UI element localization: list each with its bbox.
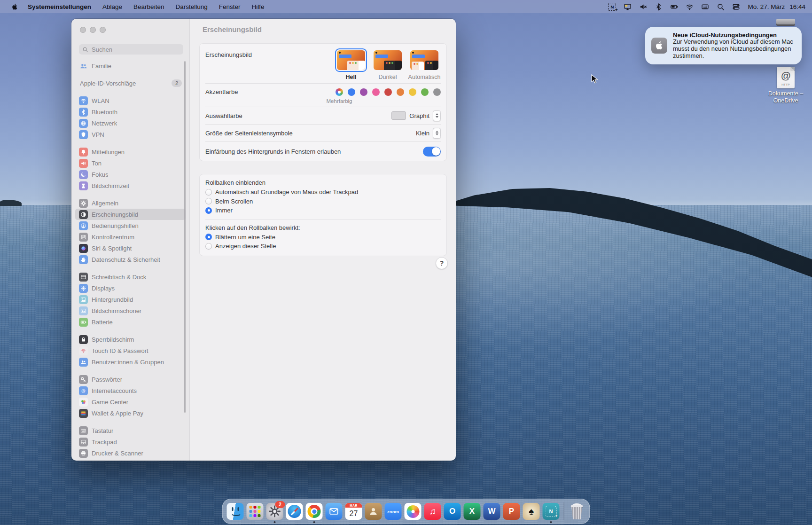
sidebar-item-fokus[interactable]: Fokus <box>75 169 186 180</box>
sidebar-item-familie[interactable]: Familie <box>75 60 186 71</box>
sidebar-item-bluetooth[interactable]: Bluetooth <box>75 106 186 118</box>
dock-item-calendar[interactable]: MÄR27 <box>345 503 362 520</box>
accent-color-lila[interactable] <box>360 88 367 96</box>
sidebar-item-bildschirmzeit[interactable]: Bildschirmzeit <box>75 180 186 191</box>
radio-option-automatisch-auf-grundlage-von-maus-oder-trackpad[interactable]: Automatisch auf Grundlage von Maus oder … <box>205 188 441 197</box>
sidebar-item-siri-spotlight[interactable]: Siri & Spotlight <box>75 243 186 254</box>
sidebar-item-touch-id-passwort[interactable]: Touch ID & Passwort <box>75 345 186 356</box>
accent-color-grün[interactable] <box>421 88 429 96</box>
sidebar-item-mitteilungen[interactable]: Mitteilungen <box>75 146 186 157</box>
dock-item-outlook[interactable]: O <box>444 503 461 520</box>
radio-option-blättern-um-eine-seite[interactable]: Blättern um eine Seite <box>205 233 441 242</box>
menu-item-darstellung[interactable]: Darstellung <box>170 3 213 10</box>
tint-toggle[interactable] <box>423 147 441 157</box>
desktop-icon-dokumente-onedrive[interactable]: @ HTTP Dokumente – OneDrive <box>763 67 808 104</box>
sidebar-item-bedienungshilfen[interactable]: Bedienungshilfen <box>75 220 186 231</box>
theme-option-automatisch[interactable]: Automatisch <box>408 48 441 80</box>
search-input[interactable] <box>91 46 180 54</box>
sidebar-item-datenschutz-sicherheit[interactable]: Datenschutz & Sicherheit <box>75 254 186 265</box>
apple-menu[interactable] <box>7 3 22 11</box>
sidebar-item-game-center[interactable]: Game Center <box>75 396 186 407</box>
capture-n-icon[interactable]: N+ <box>604 3 620 11</box>
dock-item-contacts[interactable] <box>365 503 382 520</box>
battery-icon[interactable] <box>666 3 682 11</box>
sidebar-item-sperrbildschirm[interactable]: Sperrbildschirm <box>75 334 186 345</box>
highlight-stepper[interactable] <box>433 110 441 121</box>
theme-thumbnail-dark[interactable] <box>374 50 402 70</box>
sidebar-item-passwörter[interactable]: Passwörter <box>75 374 186 385</box>
volume-muted-icon[interactable] <box>635 3 651 11</box>
accent-color-orange[interactable] <box>397 88 404 96</box>
sidebar-item-schreibtisch-dock[interactable]: Schreibtisch & Dock <box>75 271 186 282</box>
radio-unselected-icon[interactable] <box>205 243 212 250</box>
theme-option-hell[interactable]: Hell <box>335 48 367 80</box>
menu-item-bearbeiten[interactable]: Bearbeiten <box>128 3 170 10</box>
radio-unselected-icon[interactable] <box>205 198 212 204</box>
sidebar-item-netzwerk[interactable]: Netzwerk <box>75 118 186 129</box>
dock-item-mail[interactable] <box>326 503 343 520</box>
sidebar-item-wallet-apple-pay[interactable]: Wallet & Apple Pay <box>75 407 186 419</box>
dock-item-word[interactable]: W <box>484 503 500 520</box>
dock-item-zoom[interactable]: zoom <box>385 503 402 520</box>
dock-item-cards[interactable]: ♠ <box>523 503 540 520</box>
control-center-icon[interactable] <box>728 3 744 11</box>
keyboard-input-icon[interactable] <box>697 3 713 11</box>
sidebar-search[interactable] <box>79 44 183 55</box>
dock-item-powerpoint[interactable]: P <box>503 503 520 520</box>
sidebar-item-kontrollzentrum[interactable]: Kontrollzentrum <box>75 231 186 243</box>
sidebar-item-allgemein[interactable]: Allgemein <box>75 197 186 209</box>
sidebar-item-trackpad[interactable]: Trackpad <box>75 436 186 447</box>
sidebar-item-hintergrundbild[interactable]: Hintergrundbild <box>75 294 186 305</box>
menu-item-hilfe[interactable]: Hilfe <box>246 3 270 10</box>
help-button[interactable]: ? <box>436 257 448 269</box>
minimize-button[interactable] <box>90 27 96 33</box>
theme-thumbnail-auto[interactable] <box>410 50 438 70</box>
radio-selected-icon[interactable] <box>205 234 212 240</box>
dock-item-capture[interactable]: N+ <box>543 503 560 520</box>
sidebar-item-batterie[interactable]: Batterie <box>75 316 186 328</box>
radio-option-beim-scrollen[interactable]: Beim Scrollen <box>205 197 441 206</box>
sidebar-item-vpn[interactable]: VPN <box>75 129 186 140</box>
sidebar-item-internetaccounts[interactable]: Internetaccounts <box>75 385 186 396</box>
theme-thumbnail-light[interactable] <box>337 50 365 70</box>
theme-option-dunkel[interactable]: Dunkel <box>371 48 404 80</box>
accent-color-blau[interactable] <box>348 88 355 96</box>
radio-unselected-icon[interactable] <box>205 189 212 196</box>
size-stepper[interactable] <box>433 128 441 139</box>
menubar-clock[interactable]: 16:44 <box>788 3 807 10</box>
menu-item-fenster[interactable]: Fenster <box>213 3 246 10</box>
dock-item-finder[interactable] <box>227 503 244 520</box>
accent-color-ros[interactable] <box>372 88 380 96</box>
dock-item-photos[interactable] <box>405 503 422 520</box>
icloud-notification[interactable]: Neue iCloud-Nutzungsbedingungen Zur Verw… <box>645 27 802 64</box>
dock-item-chrome[interactable] <box>306 503 323 520</box>
accent-color-rot[interactable] <box>384 88 392 96</box>
sidebar-item-drucker-scanner[interactable]: Drucker & Scanner <box>75 447 186 459</box>
dock-item-music[interactable]: ♫ <box>424 503 441 520</box>
wifi-icon[interactable] <box>682 3 697 11</box>
radio-option-anzeigen-dieser-stelle[interactable]: Anzeigen dieser Stelle <box>205 242 441 251</box>
bluetooth-icon[interactable] <box>651 3 666 11</box>
close-button[interactable] <box>80 27 86 33</box>
sidebar-item-ton[interactable]: Ton <box>75 157 186 169</box>
accent-color-gelb[interactable] <box>409 88 416 96</box>
menu-item-ablage[interactable]: Ablage <box>97 3 128 10</box>
sidebar-item-apple-id-vorschläge[interactable]: Apple-ID-Vorschläge2 <box>75 78 186 89</box>
sidebar-item-displays[interactable]: Displays <box>75 282 186 294</box>
desktop-item-partial[interactable] <box>776 19 795 26</box>
accent-color-mehrfarbig[interactable] <box>336 88 343 96</box>
dock-item-excel[interactable]: X <box>464 503 481 520</box>
zoom-button[interactable] <box>100 27 106 33</box>
radio-selected-icon[interactable] <box>205 207 212 214</box>
spotlight-search-icon[interactable] <box>713 3 728 11</box>
sidebar-item-erscheinungsbild[interactable]: Erscheinungsbild <box>75 209 186 220</box>
accent-color-graphit[interactable] <box>433 88 441 96</box>
sidebar-item-bildschirmschoner[interactable]: Bildschirmschoner <box>75 305 186 316</box>
radio-option-immer[interactable]: Immer <box>205 206 441 215</box>
dock-item-launchpad[interactable] <box>247 503 264 520</box>
sidebar-scrollbar[interactable] <box>184 61 186 413</box>
menu-item-systemeinstellungen[interactable]: Systemeinstellungen <box>22 3 97 10</box>
dock-item-system-settings[interactable]: 2 <box>266 503 283 520</box>
sidebar-item-wlan[interactable]: WLAN <box>75 95 186 106</box>
dock-item-trash[interactable] <box>569 503 586 520</box>
